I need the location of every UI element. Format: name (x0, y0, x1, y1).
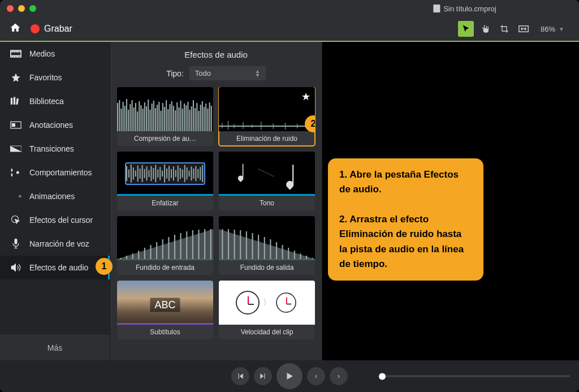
effect-clip-speed[interactable]: 〉 Velocidad del clip (219, 281, 315, 339)
zoom-level[interactable]: 86% ▼ (535, 25, 570, 33)
effect-pitch[interactable]: Tono (219, 152, 315, 210)
svg-rect-31 (148, 100, 149, 131)
svg-rect-6 (12, 124, 15, 127)
svg-rect-102 (180, 168, 181, 179)
svg-rect-17 (123, 102, 124, 131)
home-icon[interactable] (9, 22, 21, 36)
sidebar-item-voice-narration[interactable]: Narración de voz (0, 232, 110, 256)
transition-icon (10, 144, 21, 154)
sidebar-item-annotations[interactable]: Anotaciones (0, 113, 110, 137)
type-label: Tipo: (166, 69, 184, 78)
record-icon (31, 24, 40, 33)
maximize-window-button[interactable] (29, 5, 36, 12)
svg-rect-34 (153, 101, 154, 131)
playhead[interactable] (379, 373, 386, 380)
window-controls (7, 5, 36, 12)
record-label: Grabar (44, 24, 72, 34)
effect-label: Fundido de entrada (117, 260, 213, 275)
svg-rect-109 (195, 166, 196, 182)
next-frame-button[interactable] (254, 367, 272, 385)
svg-rect-4 (16, 98, 19, 105)
sidebar-item-transitions[interactable]: Transiciones (0, 137, 110, 161)
svg-rect-136 (246, 231, 247, 260)
svg-rect-19 (126, 99, 127, 131)
sidebar-item-favorites[interactable]: Favoritos (0, 66, 110, 89)
svg-rect-140 (270, 239, 271, 260)
effect-audio-compression[interactable]: Compresión de au… (117, 87, 213, 146)
svg-rect-95 (164, 165, 165, 183)
select-tool[interactable] (458, 21, 474, 37)
transport-bar: ‹ › (0, 360, 579, 392)
sidebar-item-label: Favoritos (29, 73, 62, 82)
sidebar-item-media[interactable]: Medios (0, 42, 110, 66)
prev-frame-button[interactable] (231, 367, 249, 385)
svg-rect-9 (11, 174, 13, 176)
svg-rect-40 (164, 107, 165, 131)
svg-rect-56 (193, 100, 194, 131)
sidebar-item-audio-effects[interactable]: Efectos de audio 1 (0, 256, 110, 279)
sidebar-item-cursor-effects[interactable]: Efectos del cursor (0, 208, 110, 232)
play-button[interactable] (276, 363, 303, 389)
svg-rect-130 (210, 229, 211, 260)
pan-tool[interactable] (477, 21, 493, 37)
effect-emphasize[interactable]: Enfatizar (117, 152, 213, 210)
crop-tool[interactable] (496, 21, 512, 37)
svg-rect-83 (137, 166, 139, 182)
svg-rect-69 (228, 121, 228, 130)
callout-step-1: 1. Abre la pestaña Efectos de audio. (339, 167, 472, 197)
svg-rect-124 (174, 235, 175, 260)
effect-fade-in[interactable]: Fundido de entrada (117, 216, 213, 275)
effect-fade-out[interactable]: Fundido de salida (219, 216, 315, 275)
sidebar-item-label: Transiciones (29, 144, 74, 153)
books-icon (10, 96, 21, 106)
svg-rect-14 (117, 103, 118, 131)
effect-label: Subtítulos (117, 325, 213, 339)
record-button[interactable]: Grabar (31, 24, 72, 34)
effect-label: Velocidad del clip (219, 325, 315, 339)
minimize-window-button[interactable] (18, 5, 25, 12)
svg-rect-106 (188, 171, 189, 177)
svg-rect-110 (197, 169, 198, 178)
effect-captions[interactable]: ABC Subtítulos (117, 281, 213, 339)
sidebar-item-library[interactable]: Biblioteca (0, 89, 110, 113)
sidebar-item-animations[interactable]: Animaciones (0, 184, 110, 208)
svg-rect-88 (148, 170, 149, 177)
prev-marker-button[interactable]: ‹ (307, 367, 325, 385)
svg-rect-48 (178, 107, 179, 131)
svg-rect-80 (131, 165, 132, 183)
svg-rect-112 (202, 165, 203, 182)
effect-label: Eliminación de ruido (219, 131, 315, 146)
sidebar-item-label: Medios (29, 49, 55, 58)
svg-rect-55 (191, 106, 192, 131)
sidebar-item-behaviors[interactable]: Comportamientos (0, 161, 110, 184)
sidebar-more[interactable]: Más (0, 335, 110, 360)
svg-rect-104 (184, 165, 185, 182)
next-marker-button[interactable]: › (330, 367, 348, 385)
svg-rect-143 (288, 248, 289, 260)
effect-noise-removal[interactable]: ★ Eliminación de ruido 2 (219, 87, 315, 146)
svg-point-10 (16, 171, 19, 174)
preview-canvas[interactable]: 1. Abre la pestaña Efectos de audio. 2. … (327, 46, 574, 356)
svg-point-11 (19, 195, 21, 197)
sidebar-item-label: Comportamientos (29, 168, 92, 177)
svg-rect-81 (133, 167, 134, 179)
svg-rect-76 (297, 124, 297, 128)
close-window-button[interactable] (7, 5, 14, 12)
svg-rect-36 (157, 105, 158, 131)
effect-label: Tono (219, 196, 315, 210)
svg-rect-122 (162, 239, 163, 260)
svg-rect-2 (11, 98, 12, 105)
svg-rect-128 (198, 230, 199, 260)
svg-rect-59 (198, 111, 199, 131)
type-select[interactable]: Todo ▲▼ (189, 66, 266, 80)
svg-rect-108 (193, 169, 194, 179)
sidebar-item-label: Narración de voz (29, 239, 89, 248)
sidebar-item-label: Efectos de audio (29, 263, 88, 272)
svg-rect-25 (137, 111, 138, 131)
fit-tool[interactable] (516, 21, 532, 37)
svg-rect-120 (150, 245, 151, 260)
svg-rect-28 (142, 109, 144, 131)
svg-rect-82 (135, 171, 136, 177)
animation-icon (10, 191, 21, 201)
scrub-bar[interactable] (379, 376, 570, 377)
